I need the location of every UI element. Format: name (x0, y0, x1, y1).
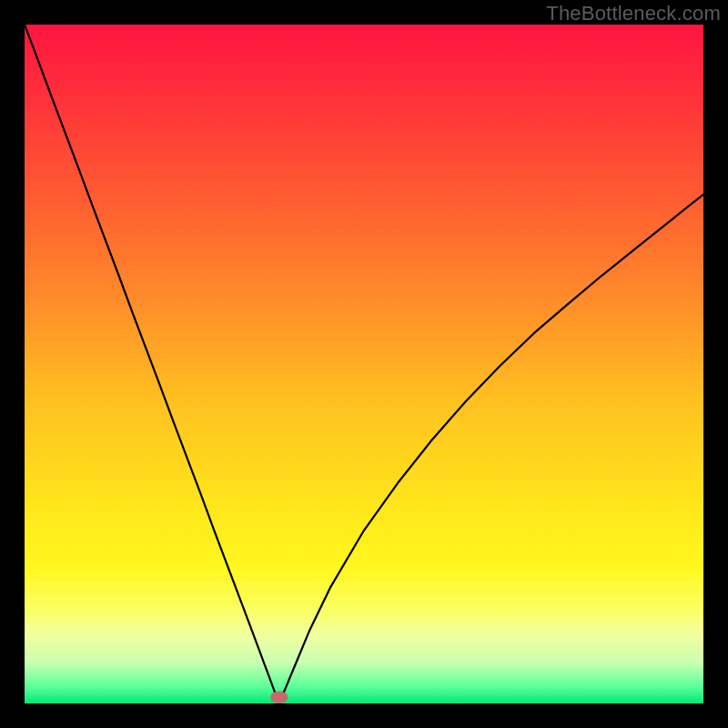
watermark-text: TheBottleneck.com (546, 2, 721, 25)
chart-svg (25, 25, 703, 703)
chart-canvas (25, 25, 703, 703)
chart-background (25, 25, 703, 703)
chart-frame: TheBottleneck.com (0, 0, 728, 728)
optimal-marker (270, 692, 288, 703)
